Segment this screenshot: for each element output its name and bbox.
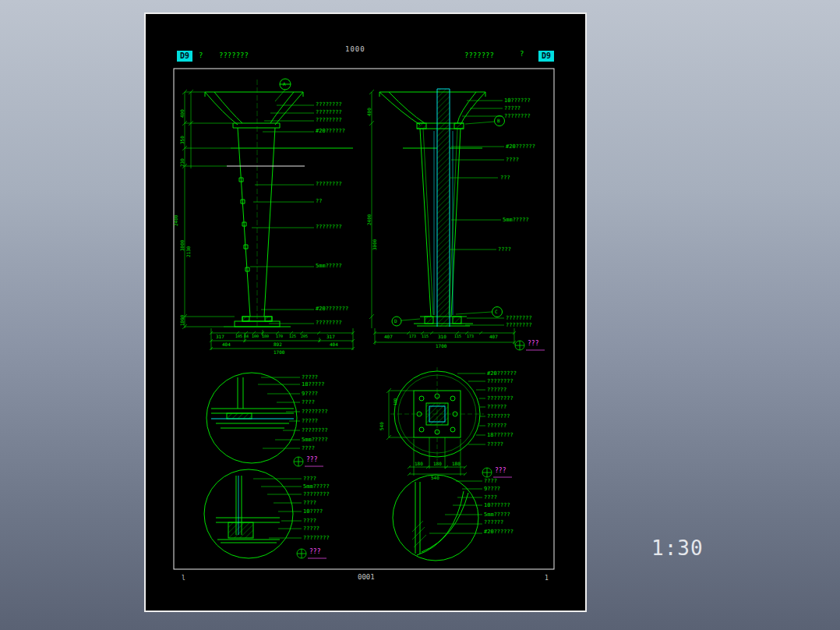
title-text-right: ??????? <box>464 52 494 59</box>
footer-number: 0001 <box>358 574 375 581</box>
scale-label: 1:30 <box>651 536 704 560</box>
title-number-top: 1000 <box>345 46 365 53</box>
callout-markers <box>294 341 524 558</box>
detail-top-left-lines <box>206 373 297 463</box>
title-code-left: D9 <box>177 51 192 62</box>
title-text-left: ??????? <box>219 52 249 59</box>
cad-sheet: ????????????????????????#20?????????????… <box>144 12 587 612</box>
footer-mark-left: l <box>182 575 185 582</box>
detail-bottom-right-leaders <box>429 481 482 533</box>
title-code-right: D9 <box>538 51 554 62</box>
callout-underlines <box>305 350 545 558</box>
left-elevation-lines <box>205 79 353 327</box>
detail-bottom-left-leaders <box>253 479 302 538</box>
inner-frame <box>174 69 554 569</box>
cad-drawing <box>146 14 585 611</box>
core-hatch <box>437 89 450 327</box>
footer-mark-right: 1 <box>545 575 549 582</box>
detail-bottom-right-lines <box>393 475 478 561</box>
left-elevation-leaders <box>182 90 355 350</box>
desktop-background: ????????????????????????#20?????????????… <box>0 0 840 630</box>
detail-bottom-left-lines <box>204 469 293 558</box>
title-mark-right: ? <box>520 51 524 58</box>
title-mark-left: ? <box>199 52 203 59</box>
